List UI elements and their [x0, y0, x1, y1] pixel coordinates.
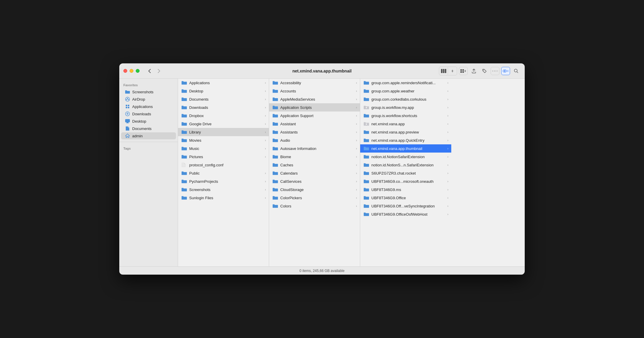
view-sort-button[interactable]: [448, 67, 457, 75]
folder-icon: [273, 130, 278, 134]
column-item-apple-media-services[interactable]: AppleMediaServices›: [269, 95, 360, 103]
column-item-accounts[interactable]: Accounts›: [269, 87, 360, 95]
chevron-icon: ›: [447, 106, 448, 109]
column-item-caches[interactable]: Caches›: [269, 161, 360, 169]
sidebar-item-downloads[interactable]: Downloads: [121, 110, 176, 117]
folder-icon: [182, 146, 187, 151]
favorites-label: Favorites: [119, 82, 178, 88]
column-item-library[interactable]: Library›: [178, 128, 269, 136]
column-item-group-apple-weather[interactable]: group.com.apple.weather›: [360, 87, 451, 95]
column-item-public[interactable]: Public›: [178, 169, 269, 177]
item-label: protocol_config.conf: [189, 163, 266, 167]
forward-button[interactable]: [155, 67, 163, 75]
column-item-music[interactable]: Music›: [178, 144, 269, 153]
more-button[interactable]: ···: [491, 67, 499, 75]
column-item-group-corkedlabs[interactable]: group.com.corkedlabs.corkulous›: [360, 95, 451, 103]
column-item-dropbox[interactable]: Dropbox›: [178, 111, 269, 120]
chevron-icon: ›: [265, 188, 266, 191]
folder-icon: [273, 179, 278, 184]
column-item-group-is-workflow-shortcuts[interactable]: group.is.workflow.shortcuts›: [360, 111, 451, 120]
item-label: UBF8T346G9.Office: [371, 196, 445, 200]
column-item-audio[interactable]: Audio›: [269, 136, 360, 144]
column-item-movies[interactable]: Movies›: [178, 136, 269, 144]
column-item-notion-safari-extension[interactable]: notion.id.NotionSafariExtension›: [360, 153, 451, 161]
sidebar-item-label: AirDrop: [132, 97, 145, 102]
folder-icon: [364, 154, 369, 159]
chevron-icon: ›: [356, 114, 357, 117]
column-item-assistant[interactable]: Assistant›: [269, 120, 360, 128]
maximize-button[interactable]: [136, 69, 140, 73]
column-item-accessibility[interactable]: Accessibility›: [269, 79, 360, 87]
column-item-notion-safari-n[interactable]: notion.id.NotionS...n.SafariExtension›: [360, 161, 451, 169]
chevron-icon: ›: [356, 81, 357, 84]
column-item-pictures[interactable]: Pictures›: [178, 153, 269, 161]
column-item-cloud-storage[interactable]: CloudStorage›: [269, 185, 360, 194]
column-item-call-services[interactable]: CallServices›: [269, 177, 360, 185]
column-item-desktop[interactable]: Desktop›: [178, 87, 269, 95]
column-item-applications[interactable]: Applications›: [178, 79, 269, 87]
sidebar-item-airdrop[interactable]: AirDrop: [121, 96, 176, 103]
column-item-net-xmind-vana-app[interactable]: net.xmind.vana.app›: [360, 120, 451, 128]
folder-icon: [364, 80, 369, 85]
column-item-calendars[interactable]: Calendars›: [269, 169, 360, 177]
column-item-group-apple-notifications[interactable]: group.com.apple.remindersNotificati...›: [360, 79, 451, 87]
close-button[interactable]: [123, 69, 127, 73]
column-item-ubf8t346g9-officeosfwebhost[interactable]: UBF8T346G9.OfficeOsfWebHost›: [360, 210, 451, 218]
column-item-net-xmind-vana-preview[interactable]: net.xmind.vana.app.preview›: [360, 128, 451, 136]
folder-icon: [364, 187, 369, 192]
column-item-application-support[interactable]: Application Support›: [269, 111, 360, 120]
column-item-group-is-workflow-app[interactable]: group.is.workflow.my.app›: [360, 103, 451, 111]
toolbar-right: ···: [439, 67, 521, 75]
chevron-icon: ›: [447, 89, 448, 93]
column-item-ubf8t346g9-office[interactable]: UBF8T346G9.Office›: [360, 194, 451, 202]
column-item-biome[interactable]: Biome›: [269, 153, 360, 161]
column-item-colors[interactable]: Colors›: [269, 202, 360, 210]
tag-button[interactable]: [480, 67, 489, 75]
folder-icon: [182, 80, 187, 85]
column-item-s6upzg7zr3-chat-rocket[interactable]: S6UPZG7ZR3.chat.rocket›: [360, 169, 451, 177]
folder-icon: [273, 163, 278, 167]
chevron-icon: ›: [447, 122, 448, 126]
column-item-ubf8t346g9-off-vesync[interactable]: UBF8T346G9.Off...veSyncIntegration›: [360, 202, 451, 210]
share-button[interactable]: [469, 67, 478, 75]
item-label: group.is.workflow.my.app: [371, 105, 445, 110]
column-item-color-pickers[interactable]: ColorPickers›: [269, 194, 360, 202]
column-item-downloads[interactable]: Downloads›: [178, 103, 269, 111]
sidebar-item-label: admin: [132, 134, 142, 138]
column-view-button[interactable]: [439, 67, 448, 75]
sidebar-item-desktop[interactable]: Desktop: [121, 118, 176, 125]
item-label: Calendars: [280, 171, 354, 175]
column-item-application-scripts[interactable]: Application Scripts›: [269, 103, 360, 111]
column-item-ubf8t346g9-microsoft[interactable]: UBF8T346G9.co...microsoft.oneauth›: [360, 177, 451, 185]
column-item-documents[interactable]: Documents›: [178, 95, 269, 103]
column-item-ubf8t346g9-ms[interactable]: UBF8T346G9.ms›: [360, 185, 451, 194]
svg-rect-6: [462, 71, 464, 72]
back-button[interactable]: [145, 67, 154, 75]
chevron-icon: ›: [447, 205, 448, 208]
column-item-sunlogin-files[interactable]: Sunlogin Files›: [178, 194, 269, 202]
sidebar-item-applications[interactable]: Applications: [121, 103, 176, 110]
column-item-google-drive[interactable]: Google Drive›: [178, 120, 269, 128]
column-1: Applications› Desktop› Documents› Downlo…: [178, 79, 269, 266]
item-label: Assistants: [280, 130, 354, 134]
sidebar-item-documents[interactable]: Documents: [121, 125, 176, 132]
search-button[interactable]: [512, 67, 521, 75]
eye-button[interactable]: [501, 67, 510, 75]
column-item-autosave-information[interactable]: Autosave Information›: [269, 144, 360, 153]
sidebar-item-screenshots[interactable]: Screenshots: [121, 88, 176, 95]
item-label: UBF8T346G9.ms: [371, 187, 445, 192]
sidebar-item-admin[interactable]: admin: [121, 132, 176, 139]
chevron-icon: ›: [265, 180, 266, 183]
minimize-button[interactable]: [130, 69, 133, 73]
column-item-net-xmind-vana-thumbnail[interactable]: net.xmind.vana.app.thumbnail›: [360, 144, 451, 153]
column-item-assistants[interactable]: Assistants›: [269, 128, 360, 136]
column-item-pycharm-projects[interactable]: PycharmProjects›: [178, 177, 269, 185]
item-label: notion.id.NotionS...n.SafariExtension: [371, 163, 445, 167]
column-item-net-xmind-vana-quickentry[interactable]: net.xmind.vana.app.QuickEntry›: [360, 136, 451, 144]
folder-icon: [273, 89, 278, 93]
item-label: AppleMediaServices: [280, 97, 354, 102]
column-item-protocol-config[interactable]: protocol_config.conf: [178, 161, 269, 169]
column-item-screenshots[interactable]: Screenshots›: [178, 185, 269, 194]
grid-view-button[interactable]: [459, 67, 468, 75]
main-content: Favorites Screenshots: [119, 79, 525, 266]
